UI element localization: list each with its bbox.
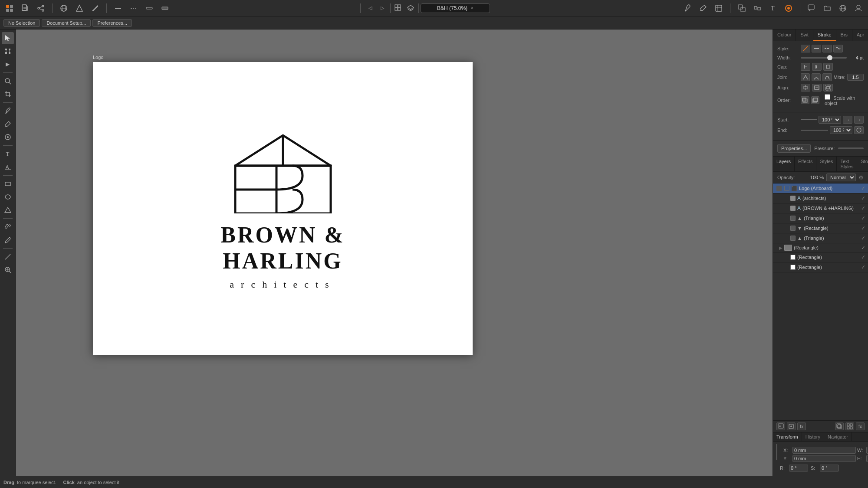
layer-copy-btn[interactable] [835,422,844,430]
tab-effects[interactable]: Effects [795,157,816,171]
layer-eye-7[interactable] [782,254,789,261]
paint-tool[interactable] [2,118,14,130]
pen-tool-left[interactable] [2,105,14,117]
layer-add-btn[interactable] [787,422,796,430]
layer-fx-btn[interactable]: fx [797,422,806,430]
folder-icon[interactable] [821,2,833,14]
file-close-btn[interactable]: × [471,6,473,10]
pressure-slider[interactable] [838,147,864,149]
start-arrow-btn2[interactable]: → [854,116,864,124]
align-inside-icon[interactable] [812,84,822,92]
tab-swt[interactable]: Swt [796,29,813,41]
globe-icon[interactable] [837,2,849,14]
style-solid-icon[interactable] [812,45,821,52]
layer-eye-0[interactable] [776,185,783,192]
scale-checkbox-label[interactable]: Scale with object [825,94,864,106]
circle-icon[interactable] [58,2,70,14]
stroke-icon4[interactable] [159,2,171,14]
type-tool[interactable]: A [2,161,14,173]
width-slider[interactable] [801,57,847,59]
stroke-icon3[interactable] [143,2,155,14]
layer-fx2-btn[interactable]: fx [856,422,865,430]
tf-h-input[interactable] [866,455,868,462]
tab-stroke[interactable]: Stroke [813,29,836,41]
align-center-icon[interactable] [801,84,810,92]
tab-text-styles[interactable]: Text Styles [837,157,857,171]
select-tool[interactable] [2,32,14,44]
measure-tool[interactable] [2,251,14,263]
artboard[interactable]: BROWN &HARLING architects [93,62,473,355]
layer-item-architects[interactable]: A (architects) ✓ [773,193,868,203]
tab-brs[interactable]: Brs [836,29,853,41]
preferences-btn[interactable]: Preferences... [92,19,132,27]
end-arrow-btn[interactable] [854,126,864,134]
style-dash-icon[interactable] [822,45,832,52]
layer-eye-8[interactable] [782,264,789,271]
tf-r-input[interactable] [789,465,808,472]
join-round-icon[interactable] [812,73,821,81]
crop-tool[interactable] [2,88,14,100]
search-tool[interactable] [2,264,14,276]
right-icon[interactable]: ▷ [376,2,388,14]
layers-view[interactable] [404,2,417,14]
cap-butt-icon[interactable] [801,63,810,71]
properties-btn[interactable]: Properties... [777,144,811,153]
join-bevel-icon[interactable] [822,73,832,81]
text-icon[interactable]: T [767,2,779,14]
layer-item-rect1[interactable]: ▼ (Rectangle) ✓ [773,223,868,233]
stroke-icon1[interactable] [112,2,124,14]
start-percent-select[interactable]: 100 %75 %50 % [819,116,841,124]
rect-tool[interactable] [2,178,14,190]
layer-item-tri2[interactable]: ▲ (Triangle) ✓ [773,233,868,243]
blend-mode-select[interactable]: NormalMultiplyScreen [826,174,856,181]
dropper-tool[interactable] [2,234,14,246]
chat-icon[interactable] [806,2,818,14]
join-miter-icon[interactable] [801,73,810,81]
pen-icon[interactable] [89,2,101,14]
gear-icon[interactable]: ⚙ [858,174,864,181]
shape-tool[interactable] [713,2,725,14]
layer-eye-4[interactable] [782,225,789,232]
layer-item-tri1[interactable]: ▲ (Triangle) ✓ [773,213,868,223]
node-edit-tool[interactable] [2,131,14,143]
tf-s-input[interactable] [820,465,839,472]
layer-item-rect4[interactable]: (Rectangle) ✓ [773,262,868,272]
tab-layers[interactable]: Layers [773,157,795,171]
arrange-icon[interactable] [751,2,763,14]
ellipse-tool[interactable] [2,191,14,203]
style-dot-icon[interactable] [833,45,843,52]
tri-tool[interactable] [2,204,14,216]
tf-w-input[interactable] [866,447,868,454]
left-icon[interactable]: ◁ [364,2,376,14]
tab-stock[interactable]: Stock [857,157,868,171]
width-thumb[interactable] [827,55,832,60]
style-none-icon[interactable] [801,45,810,52]
color-icon[interactable] [783,2,795,14]
scale-checkbox[interactable] [825,94,830,100]
text-tool[interactable]: T [2,148,14,160]
node-icon[interactable] [73,2,85,14]
tab-styles[interactable]: Styles [816,157,837,171]
tab-apr[interactable]: Apr [852,29,868,41]
file-icon[interactable] [19,2,31,14]
tf-x-input[interactable] [792,447,856,454]
stroke-icon2[interactable] [128,2,140,14]
brush-tool[interactable] [697,2,709,14]
cap-square-icon[interactable] [823,63,833,71]
expand-icon-6[interactable]: ▶ [779,246,783,250]
layer-item-brown[interactable]: A (BROWN & ÷HARLING) ✓ [773,203,868,213]
cap-round-icon[interactable] [812,63,822,71]
layer-item-logo[interactable]: ⬛ Logo (Artboard) ✓ [773,183,868,193]
grid-view[interactable] [392,2,404,14]
tab-colour[interactable]: Colour [773,29,796,41]
zoom-icon[interactable] [736,2,748,14]
align-outside-icon[interactable] [823,84,833,92]
start-arrow-btn[interactable]: → [843,116,852,124]
tab-history[interactable]: History [802,432,824,441]
fill-tool[interactable] [2,221,14,233]
layer-eye-2[interactable] [782,205,789,212]
pen-tool[interactable] [681,2,694,14]
user-icon[interactable] [852,2,865,14]
app-logo-btn[interactable] [3,2,16,14]
layer-item-rect2[interactable]: ▶ (Rectangle) ✓ [773,243,868,252]
